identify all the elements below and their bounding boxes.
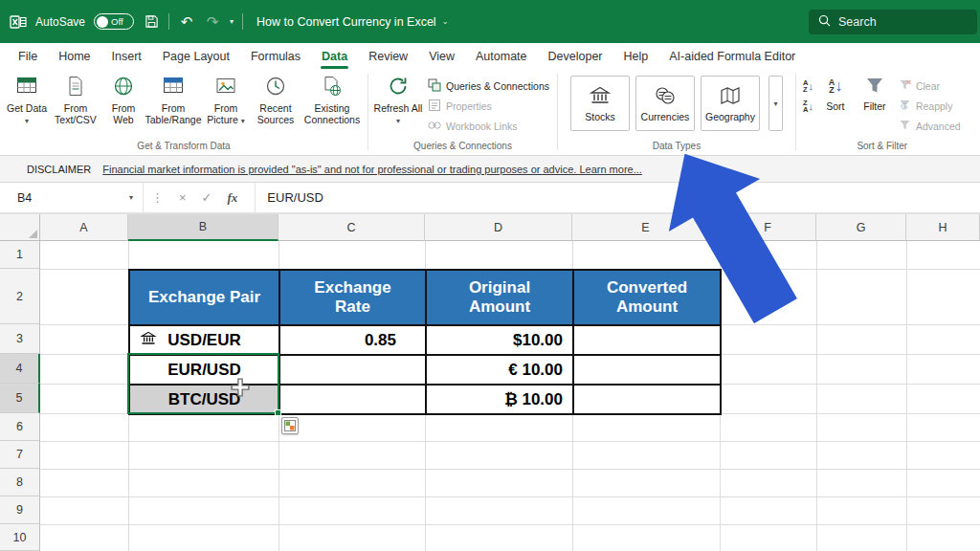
tab-ai-aided-formula-editor[interactable]: AI-aided Formula Editor — [658, 43, 806, 69]
from-text-csv-icon — [64, 75, 87, 99]
gridline — [816, 241, 817, 551]
tab-insert[interactable]: Insert — [101, 43, 152, 69]
cell-e4[interactable] — [573, 355, 721, 385]
dropdown-caret-icon: ▾ — [25, 117, 29, 125]
tab-page-layout[interactable]: Page Layout — [152, 43, 240, 69]
insert-function-icon[interactable]: fx — [220, 190, 246, 206]
cell-e3[interactable] — [573, 325, 721, 355]
tab-view[interactable]: View — [418, 43, 465, 69]
tab-home[interactable]: Home — [48, 43, 100, 69]
data-types-gallery-more-button[interactable]: ▾ — [768, 76, 783, 131]
cell-b3[interactable]: USD/EUR — [129, 325, 279, 355]
sort-ascending-button[interactable]: AZ ↓ — [801, 77, 815, 95]
existing-connections-icon — [321, 75, 344, 99]
existing-connections-button[interactable]: Existing Connections — [301, 72, 363, 125]
column-header-f[interactable]: F — [720, 214, 816, 241]
clear-filter-icon — [899, 78, 911, 93]
get-data-button[interactable]: Get Data ▾ — [5, 72, 49, 125]
cell-c5[interactable] — [279, 385, 426, 414]
column-header-a[interactable]: A — [40, 214, 128, 241]
formula-input[interactable]: EUR/USD — [255, 183, 323, 212]
cell-d5[interactable]: ₿ 10.00 — [426, 385, 573, 414]
cell-b4-active[interactable]: EUR/USD — [129, 355, 279, 385]
group-label-queries: Queries & Connections — [368, 141, 557, 155]
search-input[interactable]: Search — [809, 10, 977, 34]
autosave-toggle[interactable]: Off — [94, 13, 134, 30]
properties-icon — [428, 99, 441, 114]
refresh-all-button[interactable]: Refresh All ▾ — [373, 72, 423, 125]
tab-data[interactable]: Data — [311, 43, 358, 69]
insert-options-smart-tag[interactable] — [281, 417, 299, 434]
recent-sources-icon — [264, 75, 287, 99]
row-header-8[interactable]: 8 — [0, 469, 40, 496]
name-box[interactable]: B4 ▾ — [0, 183, 144, 212]
name-box-caret-icon[interactable]: ▾ — [129, 193, 133, 202]
save-button[interactable] — [143, 13, 160, 31]
cell-d4[interactable]: € 10.00 — [426, 355, 573, 385]
table-header-converted-amount: Converted Amount — [573, 270, 721, 325]
from-picture-button[interactable]: From Picture ▾ — [202, 72, 250, 125]
row-header-2[interactable]: 2 — [0, 269, 40, 324]
tab-help[interactable]: Help — [613, 43, 659, 69]
cell-e5[interactable] — [573, 385, 721, 414]
reapply-filter-button[interactable]: Reapply — [896, 96, 964, 116]
row-header-7[interactable]: 7 — [0, 441, 40, 469]
formula-bar: B4 ▾ ⋮ × ✓ fx EUR/USD — [0, 183, 980, 214]
document-title[interactable]: How to Convert Currency in Excel ⌄ — [256, 15, 448, 29]
search-icon — [818, 14, 831, 30]
column-header-c[interactable]: C — [278, 214, 425, 241]
queries-connections-button[interactable]: Queries & Connections — [425, 76, 552, 96]
stocks-data-type-button[interactable]: Stocks — [570, 76, 630, 131]
row-header-1[interactable]: 1 — [0, 241, 40, 269]
column-header-d[interactable]: D — [425, 214, 572, 241]
tab-automate[interactable]: Automate — [465, 43, 538, 69]
clear-filter-button[interactable]: Clear — [896, 76, 964, 96]
disclaimer-link[interactable]: Financial market information is provided… — [102, 164, 642, 175]
group-get-transform-data: Get Data ▾ From Text/CSV From Web From T… — [0, 69, 368, 155]
advanced-filter-button[interactable]: Advanced — [896, 116, 964, 136]
select-all-corner[interactable] — [0, 214, 40, 241]
row-header-4[interactable]: 4 — [0, 354, 40, 384]
group-data-types: Stocks Currencies Geography ▾ Data Types — [558, 69, 795, 155]
sort-button[interactable]: AZ ↓ Sort — [817, 72, 854, 112]
cancel-entry-icon[interactable]: × — [171, 190, 194, 205]
workbook-links-button[interactable]: Workbook Links — [425, 116, 552, 136]
sort-descending-button[interactable]: ZA ↓ — [801, 98, 815, 115]
column-header-g[interactable]: G — [816, 214, 906, 241]
cell-b5[interactable]: BTC/USD — [129, 385, 279, 414]
row-header-6[interactable]: 6 — [0, 413, 40, 441]
tab-file[interactable]: File — [8, 43, 48, 69]
currencies-data-type-button[interactable]: Currencies — [635, 76, 695, 131]
dropdown-caret-icon: ▾ — [396, 117, 400, 125]
confirm-entry-icon[interactable]: ✓ — [194, 190, 220, 205]
from-web-button[interactable]: From Web — [102, 72, 145, 125]
reapply-filter-icon — [899, 99, 911, 113]
row-header-9[interactable]: 9 — [0, 496, 40, 524]
cell-c4[interactable] — [279, 355, 426, 385]
more-options-icon[interactable]: ⋮ — [144, 190, 171, 205]
stocks-bank-icon — [589, 85, 612, 108]
filter-button[interactable]: Filter — [856, 72, 894, 112]
properties-button[interactable]: Properties — [425, 96, 552, 116]
tab-formulas[interactable]: Formulas — [240, 43, 311, 69]
quick-access-caret-icon[interactable]: ▾ — [230, 17, 234, 26]
row-header-3[interactable]: 3 — [0, 324, 40, 354]
cell-d3[interactable]: $10.00 — [426, 325, 573, 355]
ribbon: Get Data ▾ From Text/CSV From Web From T… — [0, 69, 980, 156]
redo-button[interactable]: ↷ — [204, 13, 221, 31]
column-header-b[interactable]: B — [128, 214, 278, 241]
recent-sources-button[interactable]: Recent Sources — [252, 72, 300, 125]
row-header-5[interactable]: 5 — [0, 384, 40, 413]
column-header-e[interactable]: E — [572, 214, 720, 241]
column-header-h[interactable]: H — [906, 214, 980, 241]
row-header-10[interactable]: 10 — [0, 524, 40, 551]
tab-review[interactable]: Review — [358, 43, 418, 69]
table-header-exchange-pair: Exchange Pair — [129, 270, 279, 325]
gridline — [906, 241, 907, 551]
from-table-range-button[interactable]: From Table/Range — [146, 72, 200, 125]
undo-button[interactable]: ↶ — [178, 13, 195, 31]
geography-data-type-button[interactable]: Geography — [701, 76, 760, 131]
tab-developer[interactable]: Developer — [538, 43, 613, 69]
from-text-csv-button[interactable]: From Text/CSV — [51, 72, 100, 125]
cell-c3[interactable]: 0.85 — [279, 325, 426, 355]
